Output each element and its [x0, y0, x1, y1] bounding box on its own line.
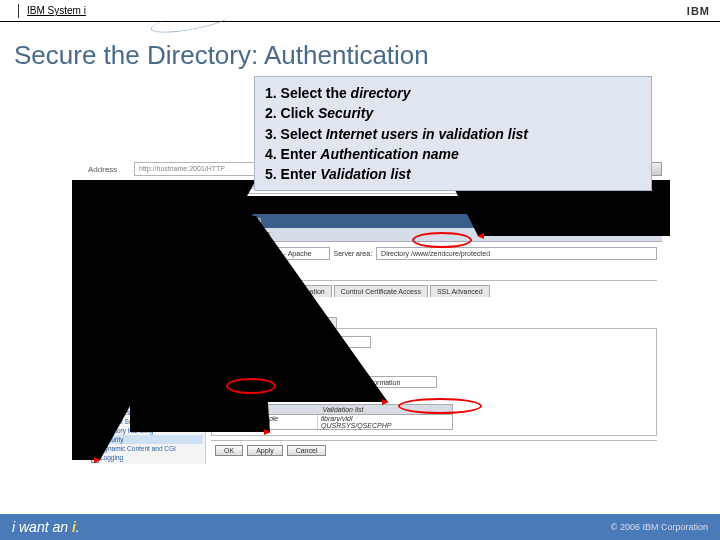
divider [18, 4, 19, 18]
annotation-arrow-1 [70, 180, 670, 510]
annotation-circle-3 [226, 378, 276, 394]
footer: i want an i. © 2006 IBM Corporation [0, 514, 720, 540]
instruction-4: 4. Enter Authentication name [265, 144, 641, 164]
instruction-3: 3. Select Internet users in validation l… [265, 124, 641, 144]
ibm-logo: IBM [687, 5, 710, 17]
copyright: © 2006 IBM Corporation [611, 522, 708, 532]
instruction-box: 1. Select the directory 2. Click Securit… [254, 76, 652, 191]
instruction-5: 5. Enter Validation list [265, 164, 641, 184]
instruction-1: 1. Select the directory [265, 83, 641, 103]
product-title: IBM System i [27, 5, 86, 16]
tagline: i want an i. [12, 519, 80, 535]
address-label: Address [88, 165, 130, 174]
annotation-circle-4 [398, 398, 482, 414]
annotation-circle-1 [412, 232, 472, 248]
instruction-2: 2. Click Security [265, 103, 641, 123]
slide-title: Secure the Directory: Authentication [0, 22, 720, 81]
top-bar: IBM System i IBM [0, 0, 720, 22]
